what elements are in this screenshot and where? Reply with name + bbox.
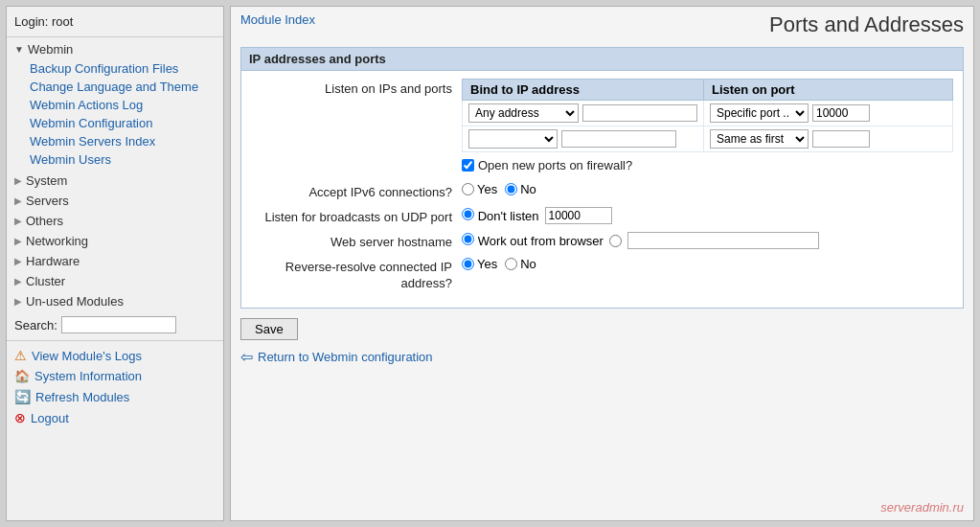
listen-row2-inline: Same as first Specific port ..	[710, 129, 946, 149]
ipv6-yes-text: Yes	[477, 182, 497, 196]
udp-input[interactable]	[545, 207, 612, 224]
content-area: IP addresses and ports Listen on IPs and…	[231, 41, 973, 520]
dont-listen-label[interactable]: Don't listen	[462, 208, 539, 223]
reverse-yes-radio[interactable]	[462, 258, 474, 270]
listen-control: Bind to IP address Listen on port	[462, 79, 953, 174]
save-button[interactable]: Save	[240, 318, 298, 340]
bind-cell-1: Any address Specific address All address…	[463, 101, 704, 126]
hostname-row: Web server hostname Work out from browse…	[251, 232, 953, 249]
udp-label: Listen for broadcasts on UDP port	[251, 207, 462, 224]
listen-row1-inline: Specific port .. Any port	[710, 103, 946, 123]
bind-row1-inline: Any address Specific address All address…	[468, 103, 697, 123]
sidebar-item-unused[interactable]: ▶ Un-used Modules	[7, 291, 223, 311]
hostname-control: Work out from browser	[462, 232, 953, 249]
open-ports-label: Open new ports on firewall?	[478, 158, 632, 172]
system-info-label: System Information	[34, 369, 142, 383]
ipv6-no-label[interactable]: No	[505, 182, 536, 196]
login-label: Login: root	[7, 11, 223, 34]
workfrom-label[interactable]: Work out from browser	[462, 233, 604, 248]
cluster-arrow: ▶	[14, 276, 22, 286]
webmin-arrow: ▼	[14, 44, 24, 55]
reverse-no-radio[interactable]	[505, 258, 517, 270]
open-ports-checkbox[interactable]	[462, 159, 474, 172]
sidebar-item-others-label: Others	[26, 214, 63, 228]
sidebar-item-cluster[interactable]: ▶ Cluster	[7, 271, 223, 291]
logout-label: Logout	[31, 411, 69, 425]
return-arrow-icon: ⇦	[240, 348, 253, 366]
sidebar-link-actions[interactable]: Webmin Actions Log	[7, 96, 223, 114]
sidebar-item-others[interactable]: ▶ Others	[7, 211, 223, 231]
sidebar-link-users[interactable]: Webmin Users	[7, 150, 223, 169]
hostname-input[interactable]	[627, 232, 819, 249]
sidebar: Login: root ▼ Webmin Backup Configuratio…	[6, 6, 224, 521]
reverse-no-text: No	[520, 257, 536, 271]
bind-col-header: Bind to IP address	[463, 80, 704, 101]
webmin-section[interactable]: ▼ Webmin	[7, 39, 223, 59]
reverse-yes-text: Yes	[477, 257, 497, 271]
sidebar-link-backup[interactable]: Backup Configuration Files	[7, 59, 223, 78]
logout-link[interactable]: ⊗ Logout	[7, 407, 223, 428]
udp-inner: Don't listen	[462, 207, 953, 224]
system-arrow: ▶	[14, 175, 22, 186]
webmin-label: Webmin	[28, 42, 73, 57]
udp-control: Don't listen	[462, 207, 953, 224]
ipv6-row: Accept IPv6 connections? Yes No	[251, 182, 953, 199]
ip-row-2: Any address	[463, 126, 953, 152]
listen-row2-select[interactable]: Same as first Specific port ..	[710, 129, 809, 149]
refresh-modules-link[interactable]: 🔄 Refresh Modules	[7, 386, 223, 407]
system-info-link[interactable]: 🏠 System Information	[7, 366, 223, 386]
reverse-control: Yes No	[462, 257, 953, 271]
return-link-text: Return to Webmin configuration	[258, 350, 433, 364]
hostname-custom-radio[interactable]	[609, 235, 622, 247]
main-content: Module Index Ports and Addresses IP addr…	[230, 6, 974, 521]
reverse-label: Reverse-resolve connected IP address?	[251, 257, 462, 292]
search-bar: Search:	[7, 311, 223, 338]
sidebar-link-language[interactable]: Change Language and Theme	[7, 78, 223, 96]
listen-row1-input[interactable]	[812, 104, 870, 122]
sidebar-item-system[interactable]: ▶ System	[7, 171, 223, 191]
view-logs-link[interactable]: ⚠ View Module's Logs	[7, 345, 223, 366]
bind-row1-input[interactable]	[582, 104, 697, 122]
search-input[interactable]	[61, 316, 176, 333]
refresh-modules-label: Refresh Modules	[35, 390, 129, 404]
listen-col-header: Listen on port	[704, 80, 953, 101]
ip-ports-panel: IP addresses and ports Listen on IPs and…	[240, 47, 964, 309]
refresh-icon: 🔄	[14, 389, 31, 404]
reverse-yes-label[interactable]: Yes	[462, 257, 497, 271]
return-link[interactable]: ⇦ Return to Webmin configuration	[240, 348, 964, 366]
sidebar-item-networking[interactable]: ▶ Networking	[7, 231, 223, 251]
reverse-row: Reverse-resolve connected IP address? Ye…	[251, 257, 953, 292]
dont-listen-radio[interactable]	[462, 208, 474, 220]
search-label: Search:	[14, 318, 57, 332]
bind-row2-input[interactable]	[561, 130, 676, 148]
listen-row2-input[interactable]	[812, 130, 870, 148]
workfrom-radio[interactable]	[462, 233, 474, 245]
breadcrumb[interactable]: Module Index	[240, 12, 315, 27]
sidebar-item-hardware[interactable]: ▶ Hardware	[7, 251, 223, 271]
listen-row1-select[interactable]: Specific port .. Any port	[710, 103, 809, 123]
reverse-radio-group: Yes No	[462, 257, 953, 271]
ipv6-yes-label[interactable]: Yes	[462, 182, 497, 196]
sidebar-link-config[interactable]: Webmin Configuration	[7, 114, 223, 132]
sidebar-item-system-label: System	[26, 173, 67, 188]
bind-row2-inline: Any address	[468, 129, 697, 149]
sidebar-item-servers[interactable]: ▶ Servers	[7, 191, 223, 211]
hostname-label: Web server hostname	[251, 232, 462, 249]
hardware-arrow: ▶	[14, 256, 22, 266]
logout-icon: ⊗	[14, 410, 26, 425]
workfrom-text: Work out from browser	[478, 234, 604, 248]
sidebar-link-servers[interactable]: Webmin Servers Index	[7, 132, 223, 150]
ipv6-yes-radio[interactable]	[462, 183, 474, 195]
page-title: Ports and Addresses	[769, 12, 964, 37]
bind-row1-select[interactable]: Any address Specific address All address…	[468, 103, 579, 123]
reverse-no-label[interactable]: No	[505, 257, 536, 271]
sidebar-item-cluster-label: Cluster	[26, 274, 65, 288]
sidebar-item-networking-label: Networking	[26, 234, 88, 248]
ipv6-no-radio[interactable]	[505, 183, 517, 195]
bind-row2-select[interactable]: Any address	[468, 129, 558, 149]
listen-cell-2: Same as first Specific port ..	[704, 126, 953, 152]
page-header: Module Index Ports and Addresses	[231, 7, 973, 41]
ipv6-label: Accept IPv6 connections?	[251, 182, 462, 199]
ip-row-1: Any address Specific address All address…	[463, 101, 953, 126]
sidebar-item-unused-label: Un-used Modules	[26, 294, 124, 309]
